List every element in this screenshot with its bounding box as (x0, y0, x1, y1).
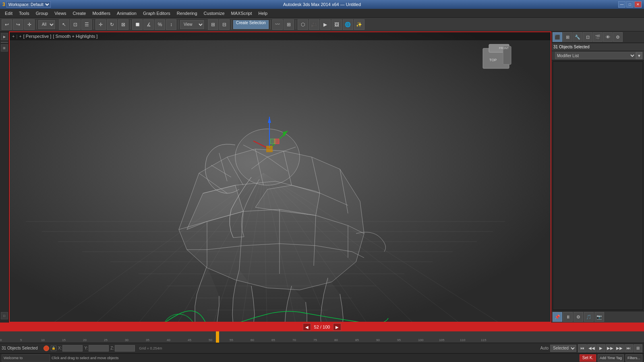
panel-tab-hierarchy[interactable]: ⊡ (583, 32, 592, 42)
tick-0: 0 (0, 338, 2, 342)
workspace-dropdown[interactable]: Workspace: Default (6, 1, 51, 8)
play-button[interactable]: ▶ (596, 344, 605, 352)
tick-55: 55 (230, 338, 233, 342)
track-bar[interactable]: 0 5 10 15 20 25 30 35 40 45 50 55 60 65 … (0, 331, 644, 343)
material-editor-button[interactable]: ⬡ (298, 19, 308, 30)
pause-button[interactable]: ⏸ (563, 312, 573, 322)
select-region-button[interactable]: ⊡ (70, 19, 81, 30)
panel-tab-motion[interactable]: 🎬 (593, 32, 603, 42)
frame-indicator[interactable] (216, 331, 219, 343)
z-label: Z: (110, 346, 114, 350)
redo-button[interactable]: ↪ (13, 19, 23, 30)
render-scene-button[interactable]: 🎥 (309, 19, 319, 30)
status-objects-selected: 31 Objects Selected (2, 346, 42, 350)
viewport-shading-label[interactable]: [ Smooth + Highlights ] (53, 34, 97, 39)
menu-animation[interactable]: Animation (114, 9, 140, 17)
menu-group[interactable]: Group (33, 9, 52, 17)
tick-95: 95 (397, 338, 401, 342)
menu-rendering[interactable]: Rendering (174, 9, 201, 17)
grid: TOP FRONT (10, 32, 551, 322)
viewport[interactable]: + | + [ Perspective ] [ Smooth + Highlig… (9, 31, 551, 323)
schematic-view-button[interactable]: ⊞ (284, 19, 294, 30)
menu-customize[interactable]: Customize (201, 9, 228, 17)
render-button[interactable]: ▶ (320, 19, 331, 30)
menu-views[interactable]: Views (51, 9, 69, 17)
prev-frame-button[interactable]: ◀ (303, 323, 311, 331)
panel-tab-modify[interactable]: 🔧 (573, 32, 582, 42)
tick-110: 110 (460, 338, 465, 342)
add-time-tag-button[interactable]: Add Time Tag (598, 354, 624, 362)
tick-50: 50 (209, 338, 212, 342)
percent-snap-button[interactable]: % (155, 19, 165, 30)
select-button[interactable]: ↖ (59, 19, 69, 30)
go-to-start-button[interactable]: ⏮ (578, 344, 587, 352)
pin-stack-button[interactable]: 📌 (553, 312, 562, 322)
render-env-button[interactable]: 🌐 (343, 19, 353, 30)
viewport-plus[interactable]: + (12, 34, 14, 39)
snap-toggle-button[interactable]: 🔲 (132, 19, 143, 30)
menu-tools[interactable]: Tools (16, 9, 33, 17)
rotate-button[interactable]: ↻ (107, 19, 117, 30)
create-selection-button[interactable]: Create Selection (233, 20, 269, 29)
filters-button[interactable]: Filters... (625, 354, 642, 362)
next-frame-button[interactable]: ▶ (333, 323, 341, 331)
modifier-list-dropdown[interactable]: Modifier List (555, 52, 636, 59)
content-area: ▶ ⊞ □ + | + [ Perspective ] [ Smooth + H… (0, 31, 644, 323)
z-input[interactable] (115, 345, 135, 352)
camera-button[interactable]: 📷 (594, 312, 604, 322)
maximize-button[interactable]: □ (626, 1, 634, 8)
track-button[interactable]: 🎵 (584, 312, 594, 322)
minimize-button[interactable]: — (618, 1, 625, 8)
align-button[interactable]: ⊟ (219, 19, 230, 30)
stop-button[interactable]: ▶▶ (606, 344, 615, 352)
welcome-tab[interactable]: Welcome to (2, 354, 50, 362)
left-panel-cube-btn[interactable]: □ (1, 312, 8, 319)
svg-text:TOP: TOP (489, 58, 497, 62)
view-select[interactable]: View (180, 20, 204, 29)
filter-select[interactable]: Selected (550, 345, 576, 352)
angle-snap-button[interactable]: ∡ (143, 19, 154, 30)
viewport-plus2[interactable]: + (19, 34, 21, 39)
scale-button[interactable]: ⊠ (118, 19, 128, 30)
left-panel-play-btn[interactable]: ▶ (1, 33, 8, 40)
filter-dropdown[interactable]: All (38, 20, 55, 29)
set-key-button[interactable]: Set K. (580, 354, 596, 362)
next-key-button[interactable]: ▶▶ (615, 344, 624, 352)
left-panel-move-btn[interactable]: ⊞ (1, 44, 8, 52)
add-time-tag-label: Add Time Tag (600, 356, 622, 360)
render-in-view-button[interactable]: 🖼 (331, 19, 342, 30)
x-input[interactable] (62, 345, 83, 352)
y-input[interactable] (89, 345, 109, 352)
spinner-snap-button[interactable]: ↕ (166, 19, 176, 30)
menu-create[interactable]: Create (69, 9, 89, 17)
prev-key-button[interactable]: ◀◀ (587, 344, 596, 352)
menu-graph-editors[interactable]: Graph Editors (140, 9, 174, 17)
mirror-button[interactable]: ⊞ (208, 19, 218, 30)
menu-maxscript[interactable]: MAXScript (228, 9, 255, 17)
panel-tab-utilities[interactable]: ⚙ (613, 32, 623, 42)
move-button[interactable]: ✛ (95, 19, 106, 30)
key-dot[interactable] (43, 345, 49, 351)
config-button[interactable]: ⚙ (574, 312, 583, 322)
render-effects-button[interactable]: ✨ (354, 19, 364, 30)
menu-modifiers[interactable]: Modifiers (89, 9, 114, 17)
go-to-end-button[interactable]: ⏭ (624, 344, 633, 352)
key-mode-toggle[interactable]: ⊞ (634, 344, 642, 352)
panel-tab-display2[interactable]: 👁 (603, 32, 613, 42)
menu-edit[interactable]: Edit (2, 9, 16, 17)
modifier-dropdown-arrow[interactable]: ▼ (636, 52, 642, 59)
select-name-button[interactable]: ☰ (81, 19, 92, 30)
viewport-perspective-label[interactable]: [ Perspective ] (23, 34, 52, 39)
panel-tab-create[interactable]: ⊞ (563, 32, 572, 42)
graph-editor-button[interactable]: 〰 (272, 19, 283, 30)
x-coord-field: X: (58, 345, 83, 352)
undo-button[interactable]: ↩ (2, 19, 12, 30)
close-button[interactable]: ✕ (634, 1, 642, 8)
lock-icon[interactable]: 🔒 (51, 345, 56, 351)
tick-70: 70 (292, 338, 296, 342)
select-object-button[interactable]: ✛ (24, 19, 35, 30)
panel-tab-display[interactable]: ⬛ (553, 32, 562, 42)
menu-help[interactable]: Help (255, 9, 271, 17)
tick-100: 100 (418, 338, 423, 342)
viewport-header: + | + [ Perspective ] [ Smooth + Highlig… (10, 32, 551, 40)
